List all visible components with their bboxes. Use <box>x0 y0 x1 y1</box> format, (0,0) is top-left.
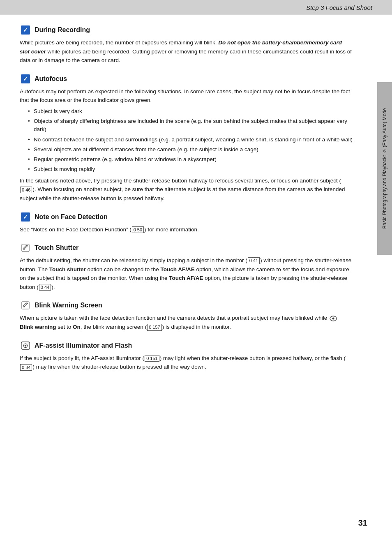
section-header-blink-warning: Blink Warning Screen <box>20 300 353 310</box>
camera-icon-af-assist <box>20 341 31 351</box>
list-item: Objects of sharply differing brightness … <box>28 117 353 134</box>
ref-box: 0 34 <box>20 364 32 371</box>
list-item: Subject is moving rapidly <box>28 165 353 173</box>
check-icon-face-detection <box>20 212 31 222</box>
section-body-face-detection: See “Notes on the Face Detection Functio… <box>20 225 353 234</box>
section-header-af-assist: AF-assist Illuminator and Flash <box>20 341 353 351</box>
check-icon-autofocus <box>20 74 31 84</box>
section-title-face-detection: Note on Face Detection <box>35 213 108 221</box>
section-body-autofocus: Autofocus may not perform as expected in… <box>20 87 353 203</box>
section-blink-warning: Blink Warning Screen When a picture is t… <box>20 300 353 331</box>
list-item: No contrast between the subject and surr… <box>28 136 353 144</box>
section-body-af-assist: If the subject is poorly lit, the AF-ass… <box>20 354 353 372</box>
section-header-autofocus: Autofocus <box>20 74 353 84</box>
section-body-touch-shutter: At the default setting, the shutter can … <box>20 256 353 291</box>
ref-box: 0 157 <box>147 324 162 330</box>
section-af-assist: AF-assist Illuminator and Flash If the s… <box>20 341 353 372</box>
blink-eye-icon <box>330 316 337 321</box>
ref-box: 0 151 <box>145 355 159 362</box>
section-title-blink-warning: Blink Warning Screen <box>35 302 102 309</box>
list-item: Subject is very dark <box>28 107 353 115</box>
header-step-title: Step 3 Focus and Shoot <box>306 4 372 11</box>
bold-italic-text: Do not open the battery-chamber/memory c… <box>20 39 342 55</box>
section-title-af-assist: AF-assist Illuminator and Flash <box>35 342 132 349</box>
side-tab: Basic Photography and Playback: ⎋ (Easy … <box>377 82 392 255</box>
ref-box: 0 44 <box>39 284 51 291</box>
bold-text: Touch shutter <box>49 266 86 272</box>
main-content: During Recording While pictures are bein… <box>0 15 377 397</box>
svg-point-3 <box>332 317 334 319</box>
list-item: Several objects are at different distanc… <box>28 145 353 154</box>
section-autofocus: Autofocus Autofocus may not perform as e… <box>20 74 353 203</box>
side-tab-label: Basic Photography and Playback: ⎋ (Easy … <box>381 108 388 229</box>
bold-text: Blink warning <box>20 324 56 330</box>
list-item: Regular geometric patterns (e.g. window … <box>28 155 353 164</box>
header-bar: Step 3 Focus and Shoot <box>0 0 392 15</box>
page-number: 31 <box>358 518 367 528</box>
pencil-svg-2 <box>21 301 30 309</box>
pencil-icon-touch-shutter <box>20 243 31 253</box>
section-title-during-recording: During Recording <box>35 26 90 34</box>
ref-box: 0 50 <box>132 226 144 233</box>
pencil-icon-blink-warning <box>20 300 31 310</box>
camera-svg <box>21 341 30 350</box>
section-header-touch-shutter: Touch Shutter <box>20 243 353 253</box>
section-body-during-recording: While pictures are being recorded, the n… <box>20 38 353 65</box>
section-title-autofocus: Autofocus <box>35 75 67 83</box>
svg-point-6 <box>25 344 27 346</box>
bold-text: Touch AF/AE <box>169 275 203 281</box>
section-header-face-detection: Note on Face Detection <box>20 212 353 222</box>
eye-svg <box>330 316 337 321</box>
svg-point-7 <box>28 342 28 343</box>
ref-box: 0 41 <box>248 257 260 264</box>
section-face-detection: Note on Face Detection See “Notes on the… <box>20 212 353 234</box>
ref-box: 0 46 <box>20 187 32 193</box>
section-body-blink-warning: When a picture is taken with the face de… <box>20 314 353 331</box>
pencil-svg <box>21 244 30 252</box>
bold-text: On <box>73 324 81 330</box>
bold-text: Touch AF/AE <box>160 266 194 272</box>
autofocus-list: Subject is very dark Objects of sharply … <box>28 107 353 174</box>
section-during-recording: During Recording While pictures are bein… <box>20 25 353 65</box>
section-header-during-recording: During Recording <box>20 25 353 35</box>
section-touch-shutter: Touch Shutter At the default setting, th… <box>20 243 353 291</box>
check-icon-during-recording <box>20 25 31 35</box>
section-title-touch-shutter: Touch Shutter <box>35 244 78 252</box>
